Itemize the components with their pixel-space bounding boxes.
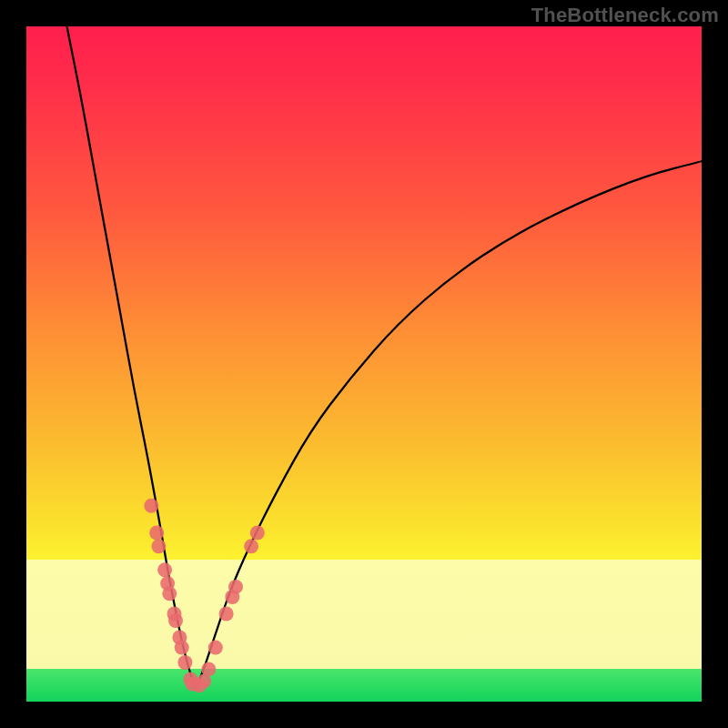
marker-dots	[144, 499, 264, 693]
marker-dot	[201, 662, 216, 676]
marker-dot	[168, 613, 183, 628]
marker-dot	[208, 641, 223, 655]
marker-dot	[157, 562, 172, 577]
curve-right-branch	[196, 161, 703, 688]
marker-dot	[151, 539, 166, 553]
marker-dot	[244, 539, 258, 553]
marker-dot	[228, 580, 243, 594]
marker-dot	[219, 607, 234, 622]
marker-dot	[162, 586, 177, 601]
curve-layer	[26, 26, 702, 702]
marker-dot	[175, 641, 189, 655]
watermark-text: TheBottleneck.com	[531, 4, 719, 27]
plot-area	[26, 26, 702, 702]
chart-root: TheBottleneck.com	[0, 0, 728, 728]
marker-dot	[177, 655, 192, 670]
marker-dot	[149, 526, 164, 541]
marker-dot	[144, 499, 158, 513]
marker-dot	[250, 526, 265, 541]
curve-left-branch	[67, 26, 196, 688]
